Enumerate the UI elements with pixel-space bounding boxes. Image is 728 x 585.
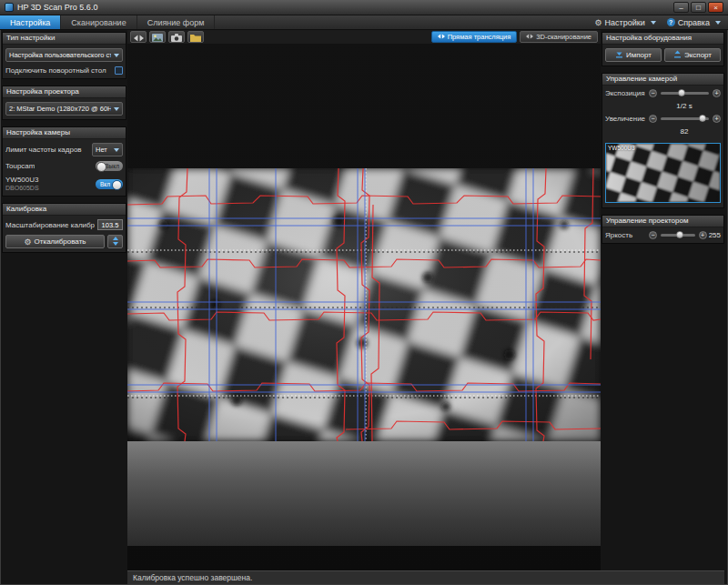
scan-3d-icon — [526, 33, 533, 41]
exposure-value: 1/2 s — [652, 102, 716, 110]
camera-viewport — [127, 44, 601, 570]
calibrate-button-label: Откалибровать — [35, 237, 86, 246]
open-folder-button[interactable] — [187, 31, 204, 43]
calibration-scale-input[interactable] — [97, 219, 123, 230]
zoom-slider[interactable] — [661, 117, 709, 120]
right-control-panel: Настройка оборудования Импорт Экспорт У — [602, 32, 724, 244]
menu-right: ⚙ Настройки ? Справка — [594, 15, 728, 29]
calibration-scale-label: Масштабирование калибровки — [5, 221, 95, 229]
camera-capture-button[interactable] — [168, 31, 185, 43]
brightness-decrease-button[interactable]: − — [649, 231, 657, 239]
turntable-checkbox[interactable] — [115, 66, 123, 75]
export-button[interactable]: Экспорт — [664, 48, 721, 62]
main-tab-bar: Настройка Сканирование Слияние форм ⚙ На… — [0, 15, 728, 30]
exposure-decrease-button[interactable]: − — [649, 89, 657, 97]
caret-down-icon — [715, 21, 721, 25]
brightness-slider-knob[interactable] — [676, 231, 683, 238]
snapshot-image-button[interactable] — [149, 31, 166, 43]
zoom-slider-knob[interactable] — [699, 115, 706, 122]
exposure-label: Экспозиция — [605, 89, 647, 97]
exposure-slider-knob[interactable] — [678, 89, 685, 96]
hardware-header: Настройка оборудования — [602, 33, 723, 45]
camera-control-header: Управление камерой — [602, 74, 723, 86]
export-icon — [673, 50, 682, 60]
viewport-area: Прямая трансляция 3D-сканирование — [127, 30, 601, 570]
zoom-row: Увеличение − + — [605, 115, 721, 123]
fit-view-button[interactable] — [130, 31, 147, 43]
projector-setup-section: Настройка проектора 2: MStar Demo (1280x… — [2, 86, 126, 120]
calibration-header: Калибровка — [3, 204, 126, 216]
camera-frame — [127, 168, 601, 546]
caret-down-icon — [114, 148, 119, 152]
live-view-button[interactable]: Прямая трансляция — [431, 31, 518, 43]
live-view-icon — [438, 33, 445, 41]
projector-setup-header: Настройка проектора — [3, 86, 126, 98]
zoom-value: 82 — [652, 127, 716, 136]
fps-limit-dropdown[interactable]: Нет — [92, 143, 123, 156]
setup-type-header: Тип настройки — [3, 33, 126, 45]
calibration-section: Калибровка Масштабирование калибровки ⚙ … — [2, 203, 126, 253]
folder-icon — [190, 29, 201, 45]
projector-dropdown[interactable]: 2: MStar Demo (1280x720 @ 60Hz — [5, 102, 123, 116]
camera-control-section: Управление камерой Экспозиция − + 1/2 s … — [602, 73, 724, 208]
camera-frame-floor — [127, 441, 601, 546]
brightness-slider[interactable] — [661, 234, 695, 237]
zoom-decrease-button[interactable]: − — [649, 115, 657, 123]
fps-limit-label: Лимит частоты кадров — [5, 146, 82, 154]
fps-limit-value: Нет — [96, 146, 111, 154]
settings-menu-label: Настройки — [605, 18, 645, 27]
import-button[interactable]: Импорт — [605, 48, 662, 62]
camera-setup-header: Настройка камеры — [3, 127, 126, 139]
scan-3d-label: 3D-сканирование — [536, 33, 592, 41]
hardware-section: Настройка оборудования Импорт Экспорт — [602, 32, 724, 66]
camera1-toggle[interactable]: Выкл — [96, 161, 123, 171]
gear-icon: ⚙ — [594, 18, 602, 27]
help-menu-label: Справка — [678, 18, 710, 27]
scan-3d-button[interactable]: 3D-сканирование — [520, 31, 598, 43]
title-bar: HP 3D Scan Pro 5.6.0 – □ × — [0, 0, 728, 15]
maximize-button[interactable]: □ — [691, 2, 706, 13]
tab-merge-forms[interactable]: Слияние форм — [137, 15, 216, 29]
live-view-label: Прямая трансляция — [448, 33, 511, 41]
minimize-button[interactable]: – — [673, 2, 689, 13]
gear-icon: ⚙ — [25, 237, 32, 247]
turntable-checkbox-label: Подключить поворотный стол — [5, 66, 106, 75]
status-message: Калибровка успешно завершена. — [133, 573, 252, 582]
exposure-increase-button[interactable]: + — [713, 89, 721, 97]
tab-settings[interactable]: Настройка — [0, 15, 61, 29]
camera-live-image — [127, 168, 601, 441]
projector-dropdown-value: 2: MStar Demo (1280x720 @ 60Hz — [9, 105, 111, 113]
camera2-model: DBO605DS — [5, 185, 39, 191]
settings-menu[interactable]: ⚙ Настройки — [594, 18, 655, 27]
tab-scanning[interactable]: Сканирование — [61, 15, 136, 29]
setup-type-dropdown[interactable]: Настройка пользовательского структ — [5, 48, 123, 62]
export-button-label: Экспорт — [684, 51, 712, 59]
camera-setup-section: Настройка камеры Лимит частоты кадров Не… — [2, 126, 126, 197]
calibrate-button[interactable]: ⚙ Откалибровать — [5, 235, 105, 248]
left-settings-panel: Тип настройки Настройка пользовательског… — [2, 32, 126, 253]
zoom-label: Увеличение — [605, 115, 647, 123]
app-logo-icon — [5, 3, 14, 12]
up-down-arrows-icon — [112, 237, 119, 247]
camera2-toggle[interactable]: Вкл — [96, 179, 123, 189]
help-menu[interactable]: ? Справка — [667, 18, 721, 27]
brightness-row: Яркость − + 255 — [605, 231, 721, 239]
camera-preview-label: YW500U3 — [608, 145, 635, 151]
brightness-value: 255 — [709, 231, 721, 239]
exposure-row: Экспозиция − + — [605, 89, 721, 97]
import-button-label: Импорт — [626, 51, 652, 59]
setup-type-dropdown-value: Настройка пользовательского структ — [9, 51, 111, 59]
close-button[interactable]: × — [708, 2, 723, 13]
turntable-axis-button[interactable] — [107, 235, 123, 248]
camera2-name: YW500U3 — [5, 176, 38, 184]
help-icon: ? — [667, 18, 675, 26]
brightness-increase-button[interactable]: + — [699, 231, 707, 239]
viewport-toolbar: Прямая трансляция 3D-сканирование — [127, 30, 601, 44]
projector-control-section: Управление проектором Яркость − + 255 — [602, 215, 724, 244]
projector-control-header: Управление проектором — [602, 216, 723, 227]
exposure-slider[interactable] — [661, 92, 709, 95]
zoom-increase-button[interactable]: + — [713, 115, 721, 123]
window-title: HP 3D Scan Pro 5.6.0 — [17, 3, 97, 12]
caret-down-icon — [114, 107, 119, 111]
status-bar: Калибровка успешно завершена. — [127, 570, 724, 584]
